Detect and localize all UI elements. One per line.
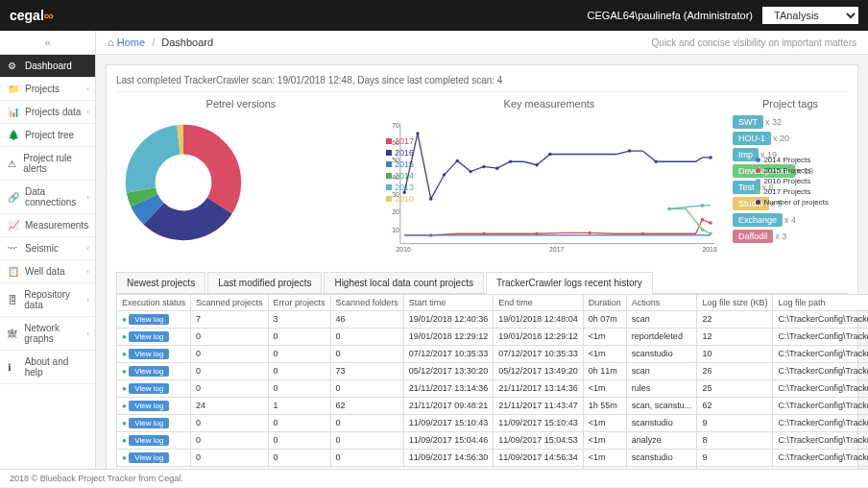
col-header[interactable]: End time — [494, 294, 584, 310]
sidebar-item-data-connections[interactable]: 🔗Data connections‹ — [0, 181, 95, 214]
svg-point-18 — [402, 190, 405, 193]
sidebar-icon: 📊 — [8, 107, 19, 117]
col-header[interactable]: Log file path — [773, 294, 868, 310]
tab-2[interactable]: Highest local data count projects — [324, 272, 484, 293]
view-log-button[interactable]: View log — [129, 452, 169, 463]
svg-point-35 — [589, 232, 591, 234]
svg-point-40 — [701, 204, 704, 207]
chevron-left-icon: ‹ — [86, 267, 89, 276]
table-row: ● View log00019/01/2018 12:29:1219/01/20… — [117, 328, 869, 345]
col-header[interactable]: Execution status — [117, 294, 191, 310]
chevron-left-icon: ‹ — [86, 85, 89, 93]
footer: 2018 © Blueback Project Tracker from Ceg… — [0, 469, 868, 487]
status-ok-icon: ● — [122, 367, 127, 376]
table-row: ● View log00011/09/2017 14:56:3011/09/20… — [117, 449, 869, 466]
line-chart-section: Key measurements 70 60 50 40 30 20 10 20… — [375, 98, 723, 258]
svg-point-38 — [709, 221, 711, 224]
col-header[interactable]: Scanned folders — [330, 294, 403, 310]
sidebar-icon: ⚠ — [8, 159, 17, 169]
sidebar-item-measurements[interactable]: 📈Measurements — [0, 214, 95, 237]
chevron-left-icon: ‹ — [86, 108, 89, 116]
svg-point-20 — [429, 197, 432, 200]
tab-3[interactable]: TrackerCrawler logs recent history — [486, 272, 653, 294]
sidebar-icon: 📋 — [8, 266, 19, 277]
svg-point-26 — [509, 160, 512, 163]
view-log-button[interactable]: View log — [129, 331, 169, 342]
view-log-button[interactable]: View log — [129, 383, 169, 394]
svg-text:10: 10 — [392, 227, 399, 233]
chevron-left-icon: ‹ — [86, 193, 89, 202]
tenant-select[interactable]: TAnalysis — [762, 7, 858, 24]
tagline: Quick and concise visibility on importan… — [652, 37, 856, 48]
sidebar-icon: ⚙ — [8, 61, 19, 71]
sidebar-icon: 🌲 — [8, 130, 19, 140]
sidebar-item-projects-data[interactable]: 📊Projects data‹ — [0, 101, 95, 124]
sidebar-item-dashboard[interactable]: ⚙Dashboard — [0, 55, 95, 78]
chevron-left-icon: ‹ — [86, 329, 89, 338]
tab-1[interactable]: Last modified projects — [207, 272, 322, 293]
breadcrumb-bar: ⌂ Home / Dashboard Quick and concise vis… — [96, 31, 868, 55]
sidebar-icon: 🗄 — [8, 295, 18, 305]
col-header[interactable]: Error projects — [268, 294, 330, 310]
tag-hou-1[interactable]: HOU-1x 20 — [733, 132, 848, 145]
status-ok-icon: ● — [122, 453, 127, 462]
status-ok-icon: ● — [122, 315, 127, 324]
breadcrumb-page: Dashboard — [161, 37, 213, 48]
sidebar-item-repository-data[interactable]: 🗄Repository data‹ — [0, 283, 95, 317]
view-log-button[interactable]: View log — [129, 349, 169, 359]
petrel-title: Petrel versions — [116, 98, 366, 110]
view-log-button[interactable]: View log — [129, 401, 169, 411]
tag-exchange[interactable]: Exchangex 4 — [733, 213, 848, 227]
sidebar-item-about-and-help[interactable]: ℹAbout and help — [0, 351, 95, 384]
svg-point-42 — [709, 232, 711, 235]
sidebar-item-seismic[interactable]: 〰Seismic‹ — [0, 237, 95, 260]
svg-text:30: 30 — [392, 191, 399, 198]
svg-text:60: 60 — [392, 139, 399, 146]
line-chart: 70 60 50 40 30 20 10 2016 2017 2018 — [375, 115, 723, 256]
petrel-chart: Petrel versions 201720162015201420132010 — [116, 98, 366, 258]
svg-text:2016: 2016 — [397, 246, 411, 253]
chevron-left-icon: ‹ — [86, 296, 89, 305]
sidebar-icon: ℹ — [8, 362, 19, 373]
svg-text:2017: 2017 — [549, 246, 564, 253]
tabs: Newest projectsLast modified projectsHig… — [116, 272, 848, 294]
dashboard-panel: Last completed TrackerCrawler scan: 19/0… — [106, 64, 858, 469]
sidebar-item-network-graphs[interactable]: 🕸Network graphs‹ — [0, 317, 95, 351]
view-log-button[interactable]: View log — [129, 366, 169, 377]
svg-point-28 — [548, 153, 551, 156]
svg-point-24 — [482, 165, 485, 168]
table-row: ● View log2416221/11/2017 09:48:2121/11/… — [117, 397, 869, 414]
view-log-button[interactable]: View log — [129, 418, 169, 428]
view-log-button[interactable]: View log — [129, 314, 169, 325]
sidebar-icon: 📁 — [8, 84, 19, 94]
status-line: Last completed TrackerCrawler scan: 19/0… — [116, 75, 848, 92]
view-log-button[interactable]: View log — [129, 435, 169, 446]
sidebar-icon: 🔗 — [8, 192, 19, 203]
svg-point-41 — [701, 228, 704, 231]
tab-0[interactable]: Newest projects — [116, 272, 205, 293]
status-ok-icon: ● — [122, 402, 127, 410]
sidebar-item-project-tree[interactable]: 🌲Project tree — [0, 124, 95, 147]
sidebar-item-project-rule-alerts[interactable]: ⚠Project rule alerts — [0, 147, 95, 181]
col-header[interactable]: Scanned projects — [191, 294, 269, 310]
sidebar-item-well-data[interactable]: 📋Well data‹ — [0, 260, 95, 283]
home-icon[interactable]: ⌂ — [108, 37, 114, 48]
col-header[interactable]: Log file size (KB) — [697, 294, 773, 310]
svg-point-27 — [535, 163, 538, 166]
tag-daffodil[interactable]: Daffodilx 3 — [733, 230, 848, 243]
col-header[interactable]: Duration — [583, 294, 626, 310]
sidebar-collapse-button[interactable]: « — [0, 31, 95, 55]
breadcrumb-home[interactable]: Home — [117, 37, 145, 48]
svg-text:20: 20 — [392, 208, 399, 215]
table-row: ● View log00007/12/2017 10:35:3307/12/20… — [117, 345, 869, 362]
col-header[interactable]: Actions — [626, 294, 697, 310]
table-row: ● View log00021/11/2017 13:14:3621/11/20… — [117, 379, 869, 397]
svg-point-19 — [416, 132, 419, 134]
col-header[interactable]: Start time — [403, 294, 494, 310]
table-row: ● View log106404/09/2017 13:35:1104/09/2… — [117, 466, 869, 469]
breadcrumb: ⌂ Home / Dashboard — [108, 37, 213, 48]
sidebar-item-projects[interactable]: 📁Projects‹ — [0, 78, 95, 101]
tag-swt[interactable]: SWTx 32 — [733, 115, 848, 129]
svg-point-25 — [495, 166, 498, 169]
svg-text:40: 40 — [392, 174, 399, 181]
